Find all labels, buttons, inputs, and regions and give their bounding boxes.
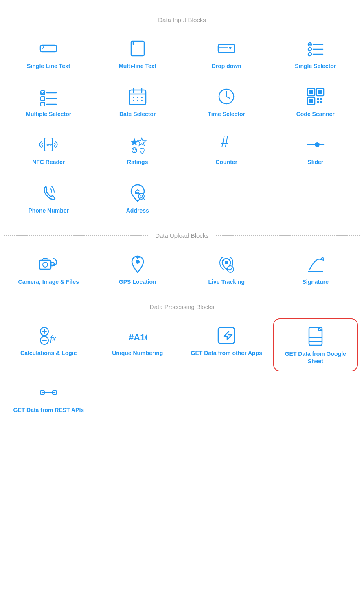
section-label-upload: Data Upload Blocks	[152, 232, 212, 239]
svg-line-31	[226, 97, 230, 98]
page: Data Input Blocks Single Line Text Multi…	[0, 0, 364, 432]
block-time-selector[interactable]: Time Selector	[184, 79, 269, 123]
svg-point-62	[227, 266, 234, 272]
block-label-unique-numbering: Unique Numbering	[112, 349, 163, 357]
signature-icon	[306, 254, 325, 274]
get-other-apps-icon	[217, 326, 236, 345]
section-divider-upload: Data Upload Blocks	[4, 232, 360, 239]
input-blocks-grid: Single Line Text Multi-line Text Drop do…	[4, 27, 360, 224]
svg-rect-36	[318, 90, 322, 94]
block-label-ratings: Ratings	[127, 158, 148, 166]
unique-numbering-icon: #A101	[128, 326, 147, 345]
block-calculations-logic[interactable]: fx Calculations & Logic	[6, 318, 91, 371]
block-get-data-other-apps[interactable]: GET Data from other Apps	[184, 318, 269, 371]
svg-rect-4	[218, 44, 235, 53]
svg-rect-71	[218, 327, 235, 344]
block-phone-number[interactable]: Phone Number	[6, 176, 91, 220]
single-selector-icon	[306, 39, 325, 58]
block-label-signature: Signature	[302, 278, 329, 285]
block-label-get-google-sheet: GET Data from Google Sheet	[277, 350, 354, 365]
address-icon	[128, 183, 147, 203]
block-label-single-selector: Single Selector	[295, 62, 336, 70]
rest-api-icon	[39, 383, 58, 402]
block-single-selector[interactable]: Single Selector	[273, 31, 358, 75]
ratings-icon	[128, 135, 147, 154]
block-nfc-reader[interactable]: NFC NFC Reader	[6, 127, 91, 171]
svg-marker-52	[135, 190, 140, 194]
svg-line-56	[143, 198, 145, 200]
processing-extra-grid: GET Data from REST APIs	[4, 375, 360, 423]
block-live-tracking[interactable]: Live Tracking	[184, 247, 269, 291]
block-label-gps: GPS Location	[119, 278, 156, 285]
block-label-get-other-apps: GET Data from other Apps	[191, 349, 262, 357]
get-google-sheet-icon	[306, 327, 325, 346]
block-gps-location[interactable]: GPS Location	[95, 247, 180, 291]
svg-rect-15	[41, 97, 45, 101]
block-unique-numbering[interactable]: #A101 Unique Numbering	[95, 318, 180, 371]
block-address[interactable]: Address	[95, 176, 180, 220]
block-get-data-google-sheet[interactable]: GET Data from Google Sheet	[273, 318, 358, 371]
single-line-icon	[39, 39, 58, 58]
svg-point-58	[43, 262, 48, 267]
block-date-selector[interactable]: Date Selector	[95, 79, 180, 123]
block-signature[interactable]: Signature	[273, 247, 358, 291]
svg-point-24	[137, 97, 138, 98]
svg-point-26	[133, 100, 134, 101]
svg-rect-35	[309, 90, 313, 94]
svg-point-23	[133, 97, 134, 98]
svg-marker-45	[138, 138, 146, 146]
svg-point-51	[315, 142, 320, 147]
phone-number-icon	[39, 183, 58, 203]
block-label-camera: Camera, Image & Files	[18, 278, 79, 285]
live-tracking-icon	[217, 254, 236, 274]
svg-text:fx: fx	[50, 334, 56, 343]
multiple-selector-icon	[39, 87, 58, 106]
svg-text:#: #	[221, 135, 229, 150]
block-label-single-line-text: Single Line Text	[27, 62, 70, 70]
svg-rect-39	[320, 98, 322, 100]
slider-icon	[306, 135, 325, 154]
block-label-counter: Counter	[215, 158, 237, 166]
svg-marker-44	[130, 138, 138, 146]
block-single-line-text[interactable]: Single Line Text	[6, 31, 91, 75]
svg-rect-40	[317, 101, 319, 103]
block-label-multiline-text: Multi-line Text	[118, 62, 156, 70]
svg-point-47	[133, 149, 134, 150]
calc-icon: fx	[39, 326, 58, 345]
block-ratings[interactable]: Ratings	[95, 127, 180, 171]
svg-point-11	[308, 53, 311, 56]
svg-rect-41	[320, 101, 322, 103]
block-label-address: Address	[126, 207, 149, 214]
block-label-rest-apis: GET Data from REST APIs	[13, 406, 84, 414]
svg-rect-53	[136, 192, 139, 194]
date-selector-icon	[128, 87, 147, 106]
section-label-processing: Data Processing Blocks	[147, 303, 217, 310]
block-label-live-tracking: Live Tracking	[208, 278, 245, 285]
section-label-input: Data Input Blocks	[155, 16, 209, 23]
processing-blocks-grid: fx Calculations & Logic #A101 Unique Num…	[4, 314, 360, 375]
svg-rect-17	[41, 102, 45, 106]
section-divider-processing: Data Processing Blocks	[4, 303, 360, 310]
block-get-data-rest-apis[interactable]: GET Data from REST APIs	[6, 375, 91, 419]
svg-line-1	[43, 47, 44, 48]
svg-point-46	[132, 148, 137, 153]
block-label-calculations: Calculations & Logic	[20, 349, 77, 357]
code-scanner-icon	[306, 87, 325, 106]
svg-point-48	[135, 149, 136, 150]
svg-point-28	[141, 100, 143, 101]
svg-point-61	[225, 261, 228, 264]
block-label-nfc-reader: NFC Reader	[32, 158, 65, 166]
block-dropdown[interactable]: Drop down	[184, 31, 269, 75]
svg-rect-37	[309, 99, 313, 103]
block-code-scanner[interactable]: Code Scanner	[273, 79, 358, 123]
svg-rect-38	[317, 98, 319, 100]
block-multiline-text[interactable]: Multi-line Text	[95, 31, 180, 75]
svg-point-7	[309, 44, 311, 45]
block-slider[interactable]: Slider	[273, 127, 358, 171]
time-selector-icon	[217, 87, 236, 106]
block-camera-image-files[interactable]: Camera, Image & Files	[6, 247, 91, 291]
block-label-multiple-selector: Multiple Selector	[26, 110, 71, 118]
block-multiple-selector[interactable]: Multiple Selector	[6, 79, 91, 123]
block-counter[interactable]: # Counter	[184, 127, 269, 171]
block-label-phone-number: Phone Number	[28, 207, 69, 214]
